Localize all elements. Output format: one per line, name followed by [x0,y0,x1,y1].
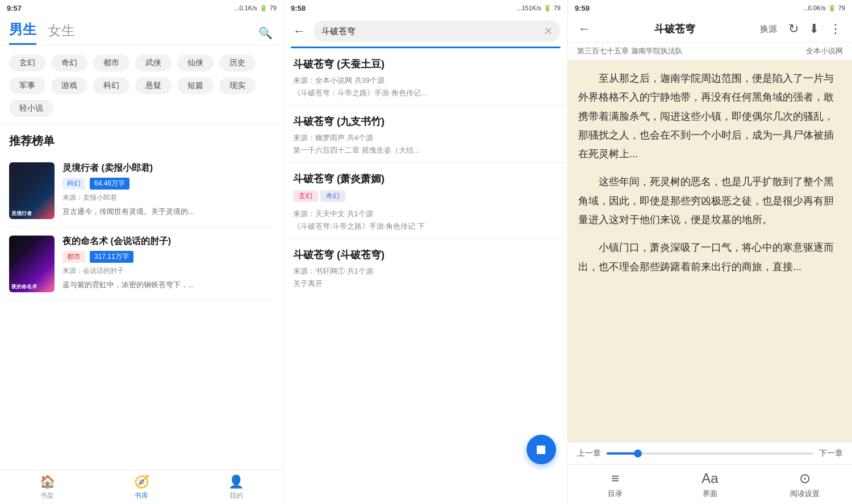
genre-junshi[interactable]: 军事 [9,77,45,94]
search-icon[interactable]: 🔍 [256,24,274,42]
genre-xuanhuan[interactable]: 玄幻 [9,54,45,72]
result-tag-qihuan: 奇幻 [320,190,345,202]
content-para-3: 小镇门口，萧炎深吸了一口气，将心中的寒意驱逐而出，也不理会那些踌躇着前来出行的商… [578,238,842,276]
badge-genre-1: 科幻 [62,178,85,190]
genre-xuanyi[interactable]: 悬疑 [135,77,172,94]
book-desc-1: 亘古通今，传闻世有灵境。关于灵境的... [62,206,274,217]
nav-label-library: 书库 [135,491,148,501]
status-icons-3: ...0.0K/s 🔋 79 [803,5,845,12]
network-2: ...151K/s [516,5,541,11]
nav-library[interactable]: 🧭 书库 [94,471,189,504]
battery-level-3: 79 [838,5,845,11]
badge-count-2: 317.11万字 [90,251,133,263]
genre-qihuan[interactable]: 奇幻 [51,54,87,72]
progress-fill [607,452,638,455]
book-source-1: 来源：卖报小郎君 [62,193,274,203]
settings-icon: ⊙ [799,471,811,486]
result-desc-2: 第一千六百四十二章 摇曳生姿（大结... [293,145,558,156]
genre-dushi[interactable]: 都市 [93,54,130,72]
progress-thumb[interactable] [634,450,642,457]
content-para-1: 至从那之后，迦南学院周边范围，便是陷入了一片与外界格格不入的宁静地带，再没有任何… [578,69,842,163]
book-title-2: 夜的命名术 (会说话的肘子) [62,236,274,247]
genre-lishi[interactable]: 历史 [219,54,256,72]
bottom-nav-1: 🏠 书架 🧭 书库 👤 我的 [0,470,283,504]
refresh-button[interactable]: ↻ [786,19,801,39]
clear-search-button[interactable]: ✕ [544,25,553,37]
list-item[interactable]: 斗破苍穹 (九支书竹) 来源：幽梦雨声 共4个源 第一千六百四十二章 摇曳生姿（… [284,106,567,163]
list-item[interactable]: 灵境行者 灵境行者 (卖报小郎君) 科幻 64.46万字 来源：卖报小郎君 亘古… [9,154,274,228]
genre-xianshi[interactable]: 现实 [219,77,256,94]
status-bar-2: 9:58 ...151K/s 🔋 79 [284,0,567,16]
reader-back-button[interactable]: ← [576,19,593,39]
result-desc-3: 《斗破苍穹:斗帝之路》手游·角色传记 下 [293,221,558,232]
time-3: 9:59 [575,4,590,12]
library-tabs: 男生 女生 🔍 [0,16,283,45]
book-desc-2: 蓝与紫的霓虹中，浓密的钢铁苍穹下，... [62,279,274,291]
book-cover-1: 灵境行者 [9,162,55,219]
genre-kehuan[interactable]: 科幻 [93,77,130,94]
progress-track[interactable] [607,452,813,455]
battery-icon-3: 🔋 [828,5,836,12]
battery-icon-2: 🔋 [544,5,552,12]
panel-library: 9:57 ...0.1K/s 🔋 79 男生 女生 🔍 玄幻 奇幻 都市 武侠 … [0,0,284,504]
content-para-2: 这些年间，死灵树的恶名，也是几乎扩散到了整个黑角域，因此，即使是那些穷凶极恶之徒… [578,173,842,229]
change-source-button[interactable]: 换源 [757,22,780,37]
nav-label-interface: 界面 [703,489,717,499]
book-badges-1: 科幻 64.46万字 [62,178,274,190]
book-info-2: 夜的命名术 (会说话的肘子) 都市 317.11万字 来源：会说话的肘子 蓝与紫… [62,236,274,292]
nav-interface[interactable]: Aa 界面 [663,465,758,504]
search-results: 斗破苍穹 (天蚕土豆) 来源：全本小说网 共39个源 《斗破苍穹：斗帝之路》手游… [284,48,567,504]
battery-icon-1: 🔋 [260,5,268,12]
prev-chapter-button[interactable]: 上一章 [577,448,601,459]
battery-level-1: 79 [270,5,277,11]
reader-progress: 上一章 下一章 [568,442,852,464]
more-options-button[interactable]: ⋮ [827,19,844,39]
status-bar-3: 9:59 ...0.0K/s 🔋 79 [568,0,852,16]
genre-youxi[interactable]: 游戏 [51,77,87,94]
battery-level-2: 79 [554,5,561,11]
status-icons-1: ...0.1K/s 🔋 79 [234,5,277,12]
list-item[interactable]: 夜的命名术 夜的命名术 (会说话的肘子) 都市 317.11万字 来源：会说话的… [9,228,274,301]
chapter-bar: 第三百七十五章 迦南学院执法队 全本小说网 [568,43,852,60]
book-source-2: 来源：会说话的肘子 [62,266,274,276]
network-1: ...0.1K/s [234,5,257,11]
search-query-text: 斗破苍穹 [321,26,541,37]
result-title-1: 斗破苍穹 (天蚕土豆) [293,57,558,71]
result-source-4: 来源：书轩网① 共1个源 [293,266,558,276]
genre-xianxia[interactable]: 仙侠 [177,54,214,72]
genre-duanpian[interactable]: 短篇 [177,77,214,94]
search-header: ← 斗破苍穹 ✕ [284,16,567,47]
stop-fab-button[interactable]: ⏹ [527,435,556,464]
genre-wuxia[interactable]: 武侠 [135,54,172,72]
tab-male[interactable]: 男生 [9,20,36,45]
list-item[interactable]: 斗破苍穹 (斗破苍穹) 来源：书轩网① 共1个源 关于离开 [284,239,567,296]
panel-search: 9:58 ...151K/s 🔋 79 ← 斗破苍穹 ✕ 斗破苍穹 (天蚕土豆)… [284,0,568,504]
nav-bookshelf[interactable]: 🏠 书架 [0,471,94,504]
search-input-wrap[interactable]: 斗破苍穹 ✕ [314,20,561,42]
next-chapter-button[interactable]: 下一章 [819,448,843,459]
result-source-1: 来源：全本小说网 共39个源 [293,75,558,86]
nav-label-profile: 我的 [229,491,243,501]
result-title-2: 斗破苍穹 (九支书竹) [293,115,558,128]
genre-qingxiaoshuo[interactable]: 轻小说 [9,100,53,117]
chapter-title: 第三百七十五章 迦南学院执法队 [577,46,683,56]
list-item[interactable]: 斗破苍穹 (天蚕土豆) 来源：全本小说网 共39个源 《斗破苍穹：斗帝之路》手游… [284,48,567,106]
recommended-list-title: 推荐榜单 [0,124,283,154]
status-bar-1: 9:57 ...0.1K/s 🔋 79 [0,0,283,16]
nav-reading-settings[interactable]: ⊙ 阅读设置 [757,465,852,504]
result-title-4: 斗破苍穹 (斗破苍穹) [293,248,558,262]
download-button[interactable]: ⬇ [807,19,821,39]
list-item[interactable]: 斗破苍穹 (萧炎萧媚) 玄幻 奇幻 来源：天天中文 共1个源 《斗破苍穹:斗帝之… [284,163,567,239]
time-2: 9:58 [291,4,306,12]
nav-profile[interactable]: 👤 我的 [189,471,283,504]
nav-toc[interactable]: ≡ 目录 [568,465,663,504]
back-button[interactable]: ← [291,22,308,41]
badge-genre-2: 都市 [62,251,85,263]
nav-label-toc: 目录 [608,489,623,499]
compass-icon: 🧭 [134,474,149,489]
book-badges-2: 都市 317.11万字 [62,251,274,263]
result-desc-1: 《斗破苍穹：斗帝之路》手游·角色传记... [293,88,558,98]
tab-female[interactable]: 女生 [48,22,75,44]
reader-title: 斗破苍穹 [599,22,751,36]
reader-content: 至从那之后，迦南学院周边范围，便是陷入了一片与外界格格不入的宁静地带，再没有任何… [568,60,852,442]
